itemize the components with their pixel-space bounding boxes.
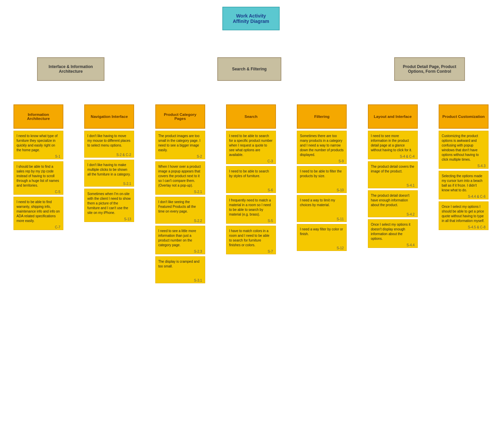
note-s7-text: I have to match colors in a room and I n… xyxy=(229,229,273,248)
diagram-layout: Work Activity Affinity Diagram Interface… xyxy=(7,0,495,290)
note-s22-ref: S-2.2 xyxy=(158,218,202,223)
note-s13-ref: S-13 xyxy=(87,217,131,221)
note-s12: I need a way filter by color or finish. … xyxy=(297,224,347,251)
note-s22: I don't like seeing the Featured Product… xyxy=(155,197,205,224)
cat-col-customization: Product Customization Customizing the pr… xyxy=(439,104,489,283)
group-node-3: Produt Detail Page, Product Options, For… xyxy=(394,57,465,81)
categories-row: Information Architecture I need to know … xyxy=(13,104,489,283)
note-s6: I need to be able to search by styles of… xyxy=(226,166,276,193)
note-s2c2-text: I don't like having to move my mouse to … xyxy=(87,134,131,151)
note-s44-text: Once I select my options it doesn't disp… xyxy=(371,222,415,241)
note-s11-ref: S-11 xyxy=(300,217,344,221)
note-s9: Sometimes there are too many products in… xyxy=(297,131,347,164)
note-s45c8-text: Once I select my options I should be abl… xyxy=(442,204,485,223)
note-s41-ref: S-4.1 xyxy=(371,183,415,187)
notes-info-arch: I need to know what type of furniture th… xyxy=(13,131,63,230)
group-2-label: Search & Filtering xyxy=(232,67,267,71)
cat-col-filtering: Filtering Sometimes there are too many p… xyxy=(297,104,347,283)
cat-col-search: Search I need to be able to search for a… xyxy=(226,104,276,283)
note-s7: I have to match colors in a room and I n… xyxy=(226,226,276,254)
cat-col-nav: Navigation Interface I don't like having… xyxy=(84,104,134,283)
note-s5-ref: S-5 xyxy=(229,218,273,223)
note-s4c4: I need to see more information in the pr… xyxy=(368,131,418,159)
note-s5: I frequently need to match a material in… xyxy=(226,195,276,224)
note-s31-text: The display is cramped and too small. xyxy=(158,259,202,277)
note-s45c8: Once I select my options I should be abl… xyxy=(439,201,489,230)
note-s4c4-text: I need to see more information in the pr… xyxy=(371,134,415,153)
note-s12-text: I need a way filter by color or finish. xyxy=(300,227,344,244)
group-col-3: Produt Detail Page, Product Options, For… xyxy=(394,57,465,81)
notes-layout: I need to see more information in the pr… xyxy=(368,131,418,248)
note-s22-text: I don't like seeing the Featured Product… xyxy=(158,200,202,217)
note-s23-text: I need to see a little more information … xyxy=(158,229,202,248)
note-s41: The product detail covers the image of t… xyxy=(368,161,418,188)
note-c5-ref: C-5 xyxy=(17,189,60,194)
note-s10-text: I need to be able to filter the products… xyxy=(300,169,344,186)
note-c5-text: I should be able to find a sales rep by … xyxy=(17,164,60,188)
cat-4-label: Search xyxy=(245,115,257,119)
note-s21-text: I don't like having to make multiple cli… xyxy=(87,163,131,180)
note-s44-ref: S-4.4 xyxy=(371,243,415,247)
note-s31-ref: S-3.1 xyxy=(158,278,202,282)
note-s1-ref: S-1 xyxy=(17,154,60,158)
note-s9-text: Sometimes there are too many products in… xyxy=(300,134,344,157)
note-s10: I need to be able to filter the products… xyxy=(297,166,347,193)
cat-col-layout: Layout and Interface I need to see more … xyxy=(368,104,418,283)
group-node-1: Interface & Information Architecture xyxy=(37,57,104,81)
note-s41-text: The product detail covers the image of t… xyxy=(371,164,415,182)
note-s45c8-ref: S-4.5 & C-8 xyxy=(442,225,485,229)
note-s43-text: Customizing the product options is awkwa… xyxy=(442,134,485,162)
note-c7-text: I need to be able to find warranty, ship… xyxy=(17,200,60,223)
cat-5-label: Filtering xyxy=(314,115,330,119)
root-row: Work Activity Affinity Diagram xyxy=(13,7,489,30)
category-node-4: Search xyxy=(226,104,276,129)
cat-7-label: Product Customization xyxy=(442,115,485,119)
note-c7-ref: C-7 xyxy=(17,225,60,229)
note-s43-ref: S-4.3 xyxy=(442,163,485,168)
category-node-3: Product Category Pages xyxy=(155,104,205,129)
note-s21-ref: S-2.1 xyxy=(87,181,131,186)
note-s31: The display is cramped and too small. S-… xyxy=(155,256,205,283)
note-s9-ref: S-9 xyxy=(300,159,344,163)
note-s5-text: I frequently need to match a material in… xyxy=(229,198,273,217)
note-s21b: When I hover over a product image a popu… xyxy=(155,161,205,195)
note-s12-ref: S-12 xyxy=(300,246,344,250)
notes-nav: I don't like having to move my mouse to … xyxy=(84,131,134,222)
notes-filtering: Sometimes there are too many products in… xyxy=(297,131,347,251)
note-s4c4-ref: S-4 & C-4 xyxy=(371,154,415,158)
note-s11-text: I need a way to limit my choices by mate… xyxy=(300,198,344,215)
note-s6-text: I need to be able to search by styles of… xyxy=(229,169,273,186)
note-c3-ref: C-3 xyxy=(229,159,273,163)
note-s21b-ref: S-2.1 xyxy=(158,189,202,194)
group-col-1: Interface & Information Architecture xyxy=(37,57,104,81)
note-c7: I need to be able to find warranty, ship… xyxy=(13,197,63,230)
notes-customization: Customizing the product options is awkwa… xyxy=(439,131,489,230)
note-s23-ref: S-2.3 xyxy=(158,249,202,253)
root-label: Work Activity Affinity Diagram xyxy=(230,13,272,24)
category-node-2: Navigation Interface xyxy=(84,104,134,129)
cat-6-label: Layout and Interface xyxy=(374,115,411,119)
note-s6-ref: S-6 xyxy=(229,188,273,192)
note-s42-text: The product detail doesn't have enough i… xyxy=(371,193,415,211)
note-s2c2-ref: S-2 & C-2 xyxy=(87,152,131,157)
diagram-container: Work Activity Affinity Diagram Interface… xyxy=(7,0,495,290)
groups-row: Interface & Information Architecture Sea… xyxy=(13,57,489,81)
note-s21b-text: When I hover over a product image a popu… xyxy=(158,164,202,188)
note-s44c6: Selecting the options made my cursor tur… xyxy=(439,171,489,199)
category-node-1: Information Architecture xyxy=(13,104,63,129)
note-s23: I need to see a little more information … xyxy=(155,226,205,254)
category-node-5: Filtering xyxy=(297,104,347,129)
note-s2-ref: S-2 xyxy=(158,154,202,158)
root-node: Work Activity Affinity Diagram xyxy=(222,7,280,30)
note-s42: The product detail doesn't have enough i… xyxy=(368,190,418,217)
note-s2-text: The product images are too small in the … xyxy=(158,134,202,153)
notes-search: I need to be able to search for a specif… xyxy=(226,131,276,254)
category-node-7: Product Customization xyxy=(439,104,489,129)
note-s44c6-text: Selecting the options made my cursor tur… xyxy=(442,174,485,193)
cat-col-info-arch: Information Architecture I need to know … xyxy=(13,104,63,283)
cat-2-label: Navigation Interface xyxy=(91,115,128,119)
note-s11: I need a way to limit my choices by mate… xyxy=(297,195,347,222)
note-s1: I need to know what type of furniture th… xyxy=(13,131,63,159)
group-col-2: Search & Filtering xyxy=(217,57,281,81)
note-s10-ref: S-10 xyxy=(300,188,344,192)
